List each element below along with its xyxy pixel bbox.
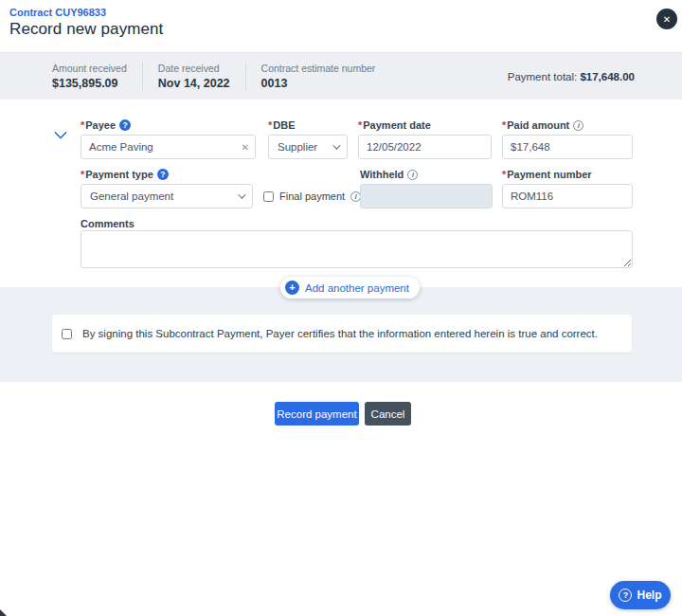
required-asterisk: * <box>81 169 84 180</box>
payee-field-wrap: ✕ <box>81 135 256 159</box>
corner-cursor-artifact <box>0 609 7 616</box>
stat-value: $135,895.09 <box>52 77 127 90</box>
summary-stats: Amount received $135,895.09 Date receive… <box>52 53 390 100</box>
payment-type-label: *Payment type ? <box>81 169 169 180</box>
payment-type-selected-value: General payment <box>90 190 173 202</box>
stat-amount-received: Amount received $135,895.09 <box>52 63 142 90</box>
stat-value: Nov 14, 2022 <box>158 77 230 90</box>
payment-total: Payment total: $17,648.00 <box>508 71 635 82</box>
payment-number-input[interactable] <box>502 184 633 208</box>
certification-text: By signing this Subcontract Payment, Pay… <box>82 328 598 339</box>
withheld-input <box>360 184 493 208</box>
required-asterisk: * <box>81 119 84 131</box>
certification-card: By signing this Subcontract Payment, Pay… <box>52 315 632 353</box>
plus-icon: + <box>285 281 299 295</box>
final-payment-checkbox[interactable] <box>263 191 274 202</box>
collapse-payment-chevron-icon[interactable] <box>56 128 65 137</box>
stat-contract-estimate-number: Contract estimate number 0013 <box>245 63 391 90</box>
chevron-down-icon <box>238 190 245 198</box>
paid-amount-input[interactable] <box>502 135 633 159</box>
dbe-label: *DBE <box>268 119 296 131</box>
help-question-icon: ? <box>619 589 632 602</box>
comments-label: Comments <box>81 218 135 229</box>
chevron-down-icon <box>332 141 340 149</box>
close-button[interactable]: ✕ <box>656 9 677 29</box>
payee-input[interactable] <box>81 135 256 159</box>
certification-section: By signing this Subcontract Payment, Pay… <box>0 287 682 382</box>
help-button[interactable]: ? Help <box>610 581 671 609</box>
payment-number-label: *Payment number <box>502 169 592 180</box>
withheld-label: Withheld i <box>360 169 418 180</box>
cancel-button[interactable]: Cancel <box>365 402 411 426</box>
required-asterisk: * <box>268 119 272 131</box>
help-label: Help <box>637 589 661 602</box>
dbe-selected-value: Supplier <box>278 141 317 153</box>
close-icon: ✕ <box>663 14 671 25</box>
payee-label: *Payee ? <box>81 119 131 131</box>
add-another-payment-label: Add another payment <box>305 282 409 294</box>
page-title: Record new payment <box>9 20 163 39</box>
record-payment-button[interactable]: Record payment <box>275 402 359 426</box>
payee-help-icon[interactable]: ? <box>119 119 131 131</box>
stat-value: 0013 <box>261 77 376 90</box>
paid-amount-label: *Paid amount i <box>502 119 583 131</box>
contract-breadcrumb-link[interactable]: Contract CUY96833 <box>9 7 106 18</box>
paid-amount-info-icon[interactable]: i <box>573 120 583 131</box>
comments-textarea[interactable] <box>81 230 633 268</box>
modal-header: Contract CUY96833 Record new payment ✕ <box>0 0 682 52</box>
payment-type-help-icon[interactable]: ? <box>157 169 169 180</box>
required-asterisk: * <box>502 119 506 131</box>
contract-summary-bar: Amount received $135,895.09 Date receive… <box>0 52 682 100</box>
stat-label: Amount received <box>52 63 127 74</box>
stat-label: Date received <box>158 63 230 74</box>
payment-total-label: Payment total: <box>508 71 578 82</box>
final-payment-checkbox-row: Final payment i <box>263 184 361 208</box>
payment-total-value: $17,648.00 <box>580 71 635 82</box>
dbe-select[interactable]: Supplier <box>268 135 348 159</box>
stat-date-received: Date received Nov 14, 2022 <box>142 63 245 90</box>
required-asterisk: * <box>502 169 506 180</box>
add-another-payment-button[interactable]: + Add another payment <box>280 277 420 299</box>
stat-label: Contract estimate number <box>261 63 376 74</box>
final-payment-label: Final payment <box>279 190 345 202</box>
payment-date-input[interactable] <box>358 135 492 159</box>
payee-clear-icon[interactable]: ✕ <box>242 142 249 153</box>
withheld-info-icon[interactable]: i <box>407 170 418 180</box>
required-asterisk: * <box>358 119 362 131</box>
certification-checkbox[interactable] <box>62 329 72 339</box>
payment-date-label: *Payment date <box>358 119 431 131</box>
payment-type-select[interactable]: General payment <box>81 184 253 208</box>
